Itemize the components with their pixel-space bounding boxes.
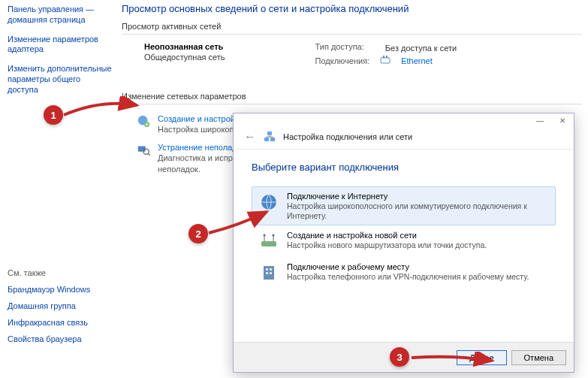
next-button[interactable]: Далее <box>457 350 506 365</box>
svg-point-6 <box>143 149 149 154</box>
sidebar-link-home[interactable]: Панель управления — домашняя страница <box>8 5 113 26</box>
see-also-header: См. также <box>8 268 113 277</box>
svg-rect-18 <box>270 272 272 274</box>
divider <box>122 34 582 35</box>
access-value: Без доступа к сети <box>385 44 457 53</box>
active-networks-header: Просмотр активных сетей <box>122 22 582 31</box>
access-label: Тип доступа: <box>315 42 364 53</box>
building-icon <box>258 262 279 283</box>
option-workplace[interactable]: Подключение к рабочему месту Настройка т… <box>252 257 556 289</box>
task-troubleshoot-title[interactable]: Устранение неполад <box>158 143 237 152</box>
conn-value[interactable]: Ethernet <box>401 56 433 65</box>
connection-plus-icon <box>137 114 150 128</box>
svg-point-13 <box>273 234 275 237</box>
divider <box>122 104 582 104</box>
network-name: Неопознанная сеть <box>144 42 225 51</box>
svg-rect-1 <box>383 56 384 58</box>
svg-point-12 <box>264 234 266 237</box>
option-internet-title: Подключение к Интернету <box>287 192 549 201</box>
option-internet[interactable]: Подключение к Интернету Настройка широко… <box>252 186 556 225</box>
svg-rect-7 <box>264 138 269 141</box>
see-also-ir[interactable]: Инфракрасная связь <box>8 318 113 327</box>
ethernet-icon <box>380 56 390 66</box>
svg-rect-2 <box>386 56 387 58</box>
svg-rect-0 <box>381 58 390 63</box>
wizard-heading: Выберите вариант подключения <box>252 162 556 173</box>
globe-icon <box>258 192 279 213</box>
svg-rect-5 <box>138 147 146 152</box>
wizard-title: Настройка подключения или сети <box>283 132 412 141</box>
network-type: Общедоступная сеть <box>144 53 225 62</box>
option-new-network[interactable]: Создание и настройка новой сети Настройк… <box>252 225 556 257</box>
task-troubleshoot-desc: Диагностика и испра неполадок. <box>158 153 237 174</box>
option-new-network-title: Создание и настройка новой сети <box>287 231 487 240</box>
troubleshoot-icon <box>137 143 150 156</box>
svg-rect-11 <box>261 241 276 246</box>
svg-rect-8 <box>270 138 275 141</box>
annotation-badge-2: 2 <box>188 224 208 243</box>
annotation-badge-3: 3 <box>390 347 409 367</box>
back-button[interactable]: ← <box>244 130 256 144</box>
svg-rect-17 <box>266 272 268 274</box>
see-also-firewall[interactable]: Брандмауэр Windows <box>8 285 113 294</box>
option-workplace-desc: Настройка телефонного или VPN-подключени… <box>287 272 529 282</box>
svg-rect-14 <box>264 266 274 280</box>
cancel-button[interactable]: Отмена <box>511 350 566 365</box>
sidebar-link-sharing[interactable]: Изменить дополнительные параметры общего… <box>8 64 113 95</box>
window-minimize-button[interactable]: — <box>529 113 551 129</box>
page-title: Просмотр основных сведений о сети и наст… <box>122 3 582 14</box>
router-icon <box>258 231 279 252</box>
conn-label: Подключения: <box>315 56 370 65</box>
option-workplace-title: Подключение к рабочему месту <box>287 262 529 271</box>
annotation-badge-1: 1 <box>44 105 63 125</box>
option-new-network-desc: Настройка нового маршрутизатора или точк… <box>287 240 487 250</box>
svg-rect-9 <box>267 132 272 135</box>
see-also-homegroup[interactable]: Домашняя группа <box>8 301 113 310</box>
network-icon <box>264 131 276 143</box>
sidebar-link-adapter[interactable]: Изменение параметров адаптера <box>8 35 113 56</box>
see-also-browser[interactable]: Свойства браузера <box>8 334 113 343</box>
window-close-button[interactable]: ✕ <box>551 113 574 129</box>
see-also: См. также Брандмауэр Windows Домашняя гр… <box>8 268 113 351</box>
svg-rect-16 <box>270 268 272 271</box>
wizard-dialog: — ✕ ← Настройка подключения или сети Выб… <box>233 113 574 373</box>
params-header: Изменение сетевых параметров <box>122 92 582 101</box>
sidebar: Панель управления — домашняя страница Из… <box>8 5 113 104</box>
svg-rect-15 <box>266 268 268 271</box>
option-internet-desc: Настройка широкополосного или коммутируе… <box>287 201 549 220</box>
active-network-row: Неопознанная сеть Общедоступная сеть Тип… <box>122 42 582 66</box>
